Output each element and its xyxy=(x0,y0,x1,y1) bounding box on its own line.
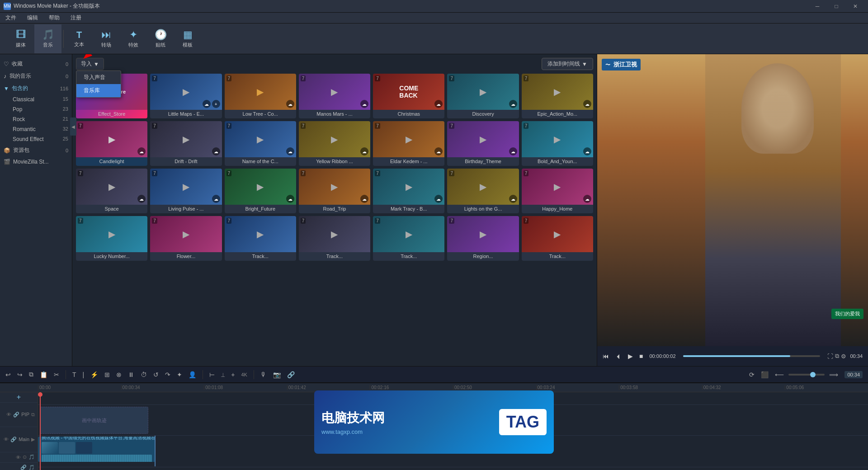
download-icon[interactable]: ☁ xyxy=(583,100,591,108)
music-card-manos[interactable]: 7 ▶ ☁ Manos Mars - ... xyxy=(299,74,370,118)
magnet-icon[interactable]: ⊗ xyxy=(114,370,123,379)
text-tool-icon[interactable]: T xyxy=(71,370,78,379)
main-clip[interactable]: 腾讯视频 - 中国领先的在线视频媒体平台,海量高清视频在 00:C ▶ xyxy=(38,437,156,462)
menu-file[interactable]: 文件 xyxy=(4,13,18,23)
download-icon[interactable]: ☁ xyxy=(286,147,294,155)
grid-icon[interactable]: ⊞ xyxy=(103,370,112,379)
music-card-name-of-the[interactable]: 7 ▶ ☁ Name of the C... xyxy=(225,121,296,166)
music-card-birthday[interactable]: 7 ▶ ☁ Birthday_Theme xyxy=(447,121,519,166)
camera-icon[interactable]: 📷 xyxy=(271,370,283,379)
toolbar-text[interactable]: T 文本 xyxy=(66,24,93,53)
clock-icon[interactable]: ⏱ xyxy=(139,370,149,379)
pause-icon[interactable]: ⏸ xyxy=(126,370,136,379)
download-icon[interactable]: ☁ xyxy=(360,100,368,108)
music-card-r4c4[interactable]: 7 ▶ Track... xyxy=(299,216,370,261)
music-card-happy-home[interactable]: 7 ▶ ☁ Happy_Home xyxy=(522,169,593,213)
skip-start-button[interactable]: ⏮ xyxy=(601,352,611,361)
timeline-right-2[interactable]: ⬛ xyxy=(759,370,770,379)
toolbar-effects[interactable]: ✦ 特效 xyxy=(120,24,147,53)
align-left-icon[interactable]: ⊢ xyxy=(208,370,217,379)
music-card-road-trip[interactable]: 7 ▶ ☁ Road_Trip xyxy=(299,169,370,213)
download-icon[interactable]: ☁ xyxy=(434,195,443,203)
music-card-low-tree[interactable]: 7 ▶ ☁ Low Tree - Co... xyxy=(225,74,296,118)
download-icon[interactable]: ☁ xyxy=(360,147,368,155)
main-link-icon[interactable]: 🔗 xyxy=(10,437,17,442)
settings-icon[interactable]: ⚙ xyxy=(841,353,846,360)
music-card-candlelight[interactable]: 7 ▶ ☁ Candlelight xyxy=(76,121,147,166)
timeline-zoom-slider[interactable] xyxy=(788,374,825,376)
sidebar-favorites[interactable]: ♡ 收藏 0 xyxy=(0,58,72,70)
add-to-timeline-button[interactable]: 添加到时间线 ▼ xyxy=(542,58,593,70)
music-card-christmas[interactable]: 7 COMEBACK ☁ Christmas xyxy=(373,74,444,118)
main-icon-right[interactable]: ▶ xyxy=(31,437,35,442)
dropdown-item-voice[interactable]: 导入声音 xyxy=(76,71,121,84)
music-card-r4c2[interactable]: 7 ▶ Flower... xyxy=(150,216,222,261)
toolbar-template[interactable]: ▦ 模板 xyxy=(174,24,201,53)
person-icon[interactable]: 👤 xyxy=(187,370,198,379)
music-card-epic[interactable]: 7 ▶ ☁ Epic_Action_Mo... xyxy=(522,74,593,118)
mic-icon[interactable]: 🎙 xyxy=(259,370,269,379)
download-icon[interactable]: ☁ xyxy=(137,195,146,203)
download-icon[interactable]: ☁ xyxy=(509,100,517,108)
sidebar-collapse-btn[interactable]: ◀ xyxy=(70,118,72,136)
download-icon[interactable]: ☁ xyxy=(509,147,517,155)
music-card-discovery[interactable]: 7 ▶ ☁ Discovery xyxy=(447,74,519,118)
copy-icon[interactable]: ⧉ xyxy=(27,370,35,379)
music-card-r4c7[interactable]: 7 ▶ Track... xyxy=(522,216,593,261)
sidebar-included[interactable]: ▼ 包含的 116 xyxy=(0,82,72,94)
pip-link-icon[interactable]: 🔗 xyxy=(13,412,19,418)
sidebar-sound-effect[interactable]: Sound Effect 25 xyxy=(5,134,72,144)
sidebar-rock[interactable]: Rock 21 xyxy=(5,114,72,124)
music-card-mark-tracy[interactable]: 7 ▶ ☁ Mark Tracy - B... xyxy=(373,169,444,213)
preview-progress-bar[interactable] xyxy=(683,355,821,357)
audio-link-icon[interactable]: 🔗 xyxy=(20,465,27,470)
download-icon[interactable]: ☁ xyxy=(212,147,220,155)
pip-clip[interactable]: 画中画轨迹 xyxy=(40,407,148,434)
redo-icon[interactable]: ↪ xyxy=(15,370,24,379)
music-card-r4c1[interactable]: 7 ▶ Lucky Number... xyxy=(76,216,147,261)
prev-frame-button[interactable]: ⏴ xyxy=(613,352,623,361)
maximize-button[interactable]: □ xyxy=(827,0,845,13)
download-icon[interactable]: ☁ xyxy=(203,100,211,108)
download-icon[interactable]: ☁ xyxy=(509,195,517,203)
music-card-r4c6[interactable]: 7 ▶ Region... xyxy=(447,216,519,261)
sidebar-resource-pack[interactable]: 📦 资源包 0 xyxy=(0,144,72,156)
close-button[interactable]: ✕ xyxy=(846,0,864,13)
music-card-space[interactable]: 7 ▶ ☁ Space xyxy=(76,169,147,213)
toolbar-music[interactable]: 🎵 音乐 xyxy=(34,24,61,53)
music-label-icon[interactable]: 🎵 xyxy=(28,454,35,460)
sidebar-my-music[interactable]: ♪ 我的音乐 0 xyxy=(0,70,72,82)
music-card-bold-young[interactable]: 7 ▶ ☁ Bold_And_Youn... xyxy=(522,121,593,166)
download-icon[interactable]: ☁ xyxy=(286,100,294,108)
download-icon[interactable]: ☁ xyxy=(286,195,294,203)
toolbar-media[interactable]: 🎞 媒体 xyxy=(7,24,34,53)
add-track-icon[interactable]: + xyxy=(17,393,21,401)
timeline-right-4[interactable]: ⟹ xyxy=(827,370,840,379)
pip-icon-right[interactable]: ⧉ xyxy=(31,412,35,418)
music-card-lights[interactable]: 7 ▶ ☁ Lights on the G... xyxy=(447,169,519,213)
pip-icon[interactable]: ⧉ xyxy=(835,352,839,360)
menu-help[interactable]: 帮助 xyxy=(47,13,61,23)
download-icon[interactable]: ☁ xyxy=(137,147,146,155)
sidebar-pop[interactable]: Pop 23 xyxy=(5,104,72,114)
music-card-eldar[interactable]: 7 ▶ ☁ Eldar Kedem - ... xyxy=(373,121,444,166)
paste-icon[interactable]: 📋 xyxy=(38,370,49,379)
music-eye-icon[interactable]: 👁 xyxy=(16,455,21,460)
star-icon[interactable]: ✦ xyxy=(175,370,184,379)
menu-register[interactable]: 注册 xyxy=(69,13,83,23)
forward-icon[interactable]: ↷ xyxy=(163,370,172,379)
music-card-little-maps[interactable]: 7 ▶ ☁ + Little Maps - E... xyxy=(150,74,222,118)
import-button[interactable]: 导入 ▼ xyxy=(76,58,104,70)
add-track-icon[interactable]: + xyxy=(229,370,236,379)
music-card-bright-future[interactable]: 7 ▶ ☁ Bright_Future xyxy=(225,169,296,213)
music-focus-icon[interactable]: ⊙ xyxy=(23,454,27,460)
music-card-drift[interactable]: 7 ▶ ☁ Drift - Drift xyxy=(150,121,222,166)
download-icon[interactable]: ☁ xyxy=(212,195,220,203)
loop-icon[interactable]: ↺ xyxy=(151,370,160,379)
split-icon[interactable]: ⚡ xyxy=(89,370,100,379)
sidebar-moviezilla[interactable]: 🎬 MovieZilla St... xyxy=(0,156,72,167)
minimize-button[interactable]: ─ xyxy=(808,0,826,13)
menu-edit[interactable]: 编辑 xyxy=(25,13,40,23)
timeline-right-3[interactable]: ⟵ xyxy=(773,370,786,379)
trim-icon[interactable]: ⟂ xyxy=(219,370,226,379)
